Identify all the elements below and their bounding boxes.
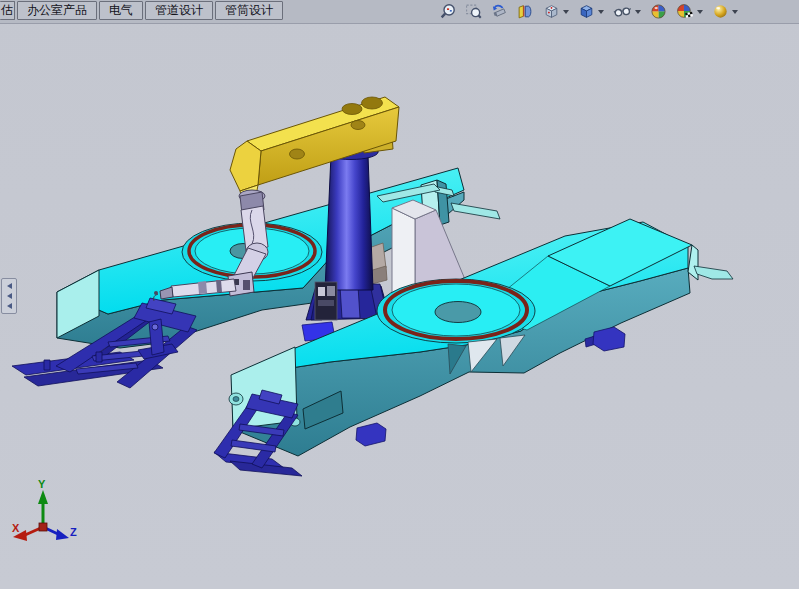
triad-x-label: X [12, 522, 20, 534]
zoom-to-area-icon [465, 3, 482, 20]
column-junction-box[interactable] [315, 282, 337, 320]
edit-appearance-button[interactable] [647, 2, 670, 21]
collapse-left-icon [7, 293, 12, 299]
zoom-to-fit-button[interactable] [436, 2, 459, 21]
view-orientation-button[interactable] [540, 2, 572, 21]
triad-z-label: Z [70, 526, 77, 538]
section-view-button[interactable] [514, 2, 537, 21]
collapse-left-icon [7, 283, 12, 289]
tab-electrical[interactable]: 电气 [99, 1, 143, 20]
panel-collapse-button[interactable] [1, 278, 17, 314]
apply-scene-button[interactable] [673, 2, 706, 21]
command-tabs: 估 办公室产品 电气 管道设计 管筒设计 [0, 0, 285, 20]
front-slewing-ring[interactable] [377, 279, 535, 343]
view-settings-button[interactable] [709, 2, 741, 21]
edit-appearance-icon [650, 3, 667, 20]
heads-up-view-toolbar [436, 2, 744, 21]
dropdown-arrow[interactable] [697, 10, 703, 14]
triad-y-label: Y [38, 478, 46, 490]
collapse-left-icon [7, 303, 12, 309]
view-orientation-icon [543, 3, 560, 20]
solidworks-window: { "toolbar": { "tabs": [ {"label": "估", … [0, 0, 799, 589]
tab-evaluate-partial[interactable]: 估 [0, 1, 15, 20]
dropdown-arrow[interactable] [563, 10, 569, 14]
tab-tubing-design[interactable]: 管筒设计 [215, 1, 283, 20]
command-manager-toolbar: 估 办公室产品 电气 管道设计 管筒设计 [0, 0, 799, 24]
view-settings-icon [712, 3, 729, 20]
hide-show-items-icon [613, 3, 632, 20]
dropdown-arrow[interactable] [635, 10, 641, 14]
display-style-icon [578, 3, 595, 20]
previous-view-icon [491, 3, 508, 20]
apply-scene-icon [676, 3, 694, 20]
hide-show-items-button[interactable] [610, 2, 644, 21]
previous-view-button[interactable] [488, 2, 511, 21]
section-view-icon [517, 3, 534, 20]
dropdown-arrow[interactable] [598, 10, 604, 14]
graphics-viewport[interactable]: X Y Z [0, 0, 799, 589]
zoom-to-fit-icon [439, 3, 456, 20]
tab-office-products[interactable]: 办公室产品 [17, 1, 97, 20]
tab-piping-design[interactable]: 管道设计 [145, 1, 213, 20]
dropdown-arrow[interactable] [732, 10, 738, 14]
display-style-button[interactable] [575, 2, 607, 21]
zoom-to-area-button[interactable] [462, 2, 485, 21]
